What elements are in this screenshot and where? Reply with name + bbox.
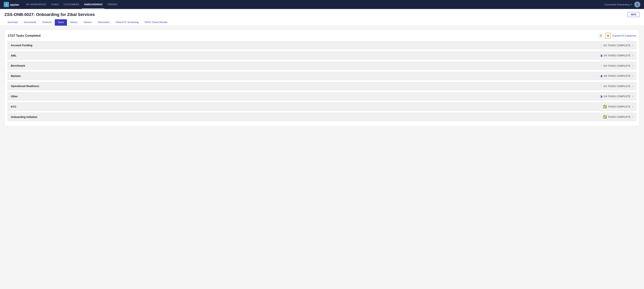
connected-onboarding-dropdown[interactable]: Connected Onboarding ▼ bbox=[604, 3, 632, 6]
tab-discussion[interactable]: Discussion bbox=[95, 19, 112, 26]
panel-controls: ☰ ⊞ Expand All Categories bbox=[598, 33, 636, 39]
tab-history[interactable]: History bbox=[67, 19, 80, 26]
main-content: 17/27 Tasks Completed ☰ ⊞ Expand All Cat… bbox=[0, 26, 644, 130]
category-status: ✅ TASKS COMPLETE › bbox=[603, 115, 633, 119]
category-name: AML bbox=[11, 54, 16, 57]
page-header: ZSS-ONB-0027: Onboarding for Zibal Servi… bbox=[0, 9, 644, 26]
category-name: Account Funding bbox=[11, 44, 32, 47]
half-circle-icon: ◑ bbox=[600, 95, 602, 98]
category-row[interactable]: Account Funding ○ 0/1 TASKS COMPLETE › bbox=[8, 41, 636, 49]
page-title-row: ZSS-ONB-0027: Onboarding for Zibal Servi… bbox=[4, 12, 640, 17]
chevron-right-icon: › bbox=[632, 44, 633, 47]
tab-ofac-check-results[interactable]: OFAC Check Results bbox=[142, 19, 170, 26]
category-status: ○ 0/1 TASKS COMPLETE › bbox=[600, 84, 633, 88]
tab-tasks[interactable]: Tasks bbox=[55, 19, 67, 26]
category-row[interactable]: Onboarding Initiation ✅ TASKS COMPLETE › bbox=[8, 113, 636, 121]
category-status: ◑ 3/4 TASKS COMPLETE › bbox=[600, 54, 633, 57]
category-name: Benchmark bbox=[11, 64, 25, 67]
category-list: Account Funding ○ 0/1 TASKS COMPLETE › A… bbox=[8, 41, 636, 121]
category-name: Other bbox=[11, 95, 18, 98]
category-status: ◑ 3/6 TASKS COMPLETE › bbox=[600, 74, 633, 78]
tab-owners[interactable]: Owners bbox=[80, 19, 95, 26]
category-name: Markets bbox=[11, 75, 21, 78]
half-circle-icon: ◑ bbox=[600, 54, 602, 57]
new-button[interactable]: NEW bbox=[628, 12, 640, 17]
logo-text: appian bbox=[10, 3, 19, 6]
nav-link-customers[interactable]: CUSTOMERS bbox=[62, 0, 81, 9]
category-row[interactable]: AML ◑ 3/4 TASKS COMPLETE › bbox=[8, 51, 636, 60]
chevron-right-icon: › bbox=[632, 105, 633, 108]
category-row[interactable]: Other ◑ 2/4 TASKS COMPLETE › bbox=[8, 92, 636, 101]
tab-products[interactable]: Products bbox=[39, 19, 54, 26]
empty-circle-icon: ○ bbox=[600, 84, 602, 88]
top-navigation: a appian MY WORKSPACETASKSCUSTOMERSONBOA… bbox=[0, 0, 644, 9]
category-status: ◑ 2/4 TASKS COMPLETE › bbox=[600, 95, 633, 98]
nav-right: Connected Onboarding ▼ 👤 bbox=[604, 2, 640, 8]
empty-circle-icon: ○ bbox=[600, 64, 602, 67]
half-circle-icon: ◑ bbox=[600, 74, 602, 78]
tasks-complete-text: 3/6 TASKS COMPLETE bbox=[604, 75, 630, 77]
category-name: KYC bbox=[11, 105, 16, 108]
chevron-right-icon: › bbox=[632, 116, 633, 118]
tab-initial-kyc-screening[interactable]: Initial KYC Screening bbox=[112, 19, 142, 26]
list-view-button[interactable]: ☰ bbox=[598, 33, 604, 38]
category-name: Operational Readiness bbox=[11, 85, 39, 88]
tasks-panel-header: 17/27 Tasks Completed ☰ ⊞ Expand All Cat… bbox=[8, 33, 636, 39]
tasks-complete-text: TASKS COMPLETE bbox=[608, 116, 630, 118]
connected-onboarding-label: Connected Onboarding bbox=[604, 3, 630, 6]
logo-icon: a bbox=[4, 2, 9, 7]
tasks-complete-text: 0/1 TASKS COMPLETE bbox=[604, 44, 630, 47]
tasks-complete-text: TASKS COMPLETE bbox=[608, 105, 630, 108]
tasks-complete-text: 2/4 TASKS COMPLETE bbox=[604, 95, 630, 98]
category-row[interactable]: Operational Readiness ○ 0/1 TASKS COMPLE… bbox=[8, 82, 636, 90]
chevron-right-icon: › bbox=[632, 64, 633, 67]
nav-link-trends[interactable]: TRENDS bbox=[106, 0, 119, 9]
page-title: ZSS-ONB-0027: Onboarding for Zibal Servi… bbox=[4, 12, 95, 17]
check-circle-icon: ✅ bbox=[603, 115, 607, 119]
dropdown-caret-icon: ▼ bbox=[630, 4, 632, 6]
tasks-panel: 17/27 Tasks Completed ☰ ⊞ Expand All Cat… bbox=[4, 30, 640, 126]
tasks-completed-title: 17/27 Tasks Completed bbox=[8, 34, 40, 38]
tasks-complete-text: 0/1 TASKS COMPLETE bbox=[604, 85, 630, 88]
tab-summary[interactable]: Summary bbox=[4, 19, 21, 26]
grid-view-button[interactable]: ⊞ bbox=[605, 33, 611, 39]
category-row[interactable]: Markets ◑ 3/6 TASKS COMPLETE › bbox=[8, 72, 636, 80]
nav-left: a appian MY WORKSPACETASKSCUSTOMERSONBOA… bbox=[4, 0, 119, 9]
category-status: ✅ TASKS COMPLETE › bbox=[603, 105, 633, 108]
category-status: ○ 0/1 TASKS COMPLETE › bbox=[600, 44, 633, 47]
nav-link-onboardings[interactable]: ONBOARDINGS bbox=[82, 0, 104, 9]
nav-links: MY WORKSPACETASKSCUSTOMERSONBOARDINGSTRE… bbox=[24, 0, 119, 9]
nav-link-my-workspace[interactable]: MY WORKSPACE bbox=[24, 0, 48, 9]
check-circle-icon: ✅ bbox=[603, 105, 607, 108]
tasks-complete-text: 0/2 TASKS COMPLETE bbox=[604, 64, 630, 67]
category-row[interactable]: Benchmark ○ 0/2 TASKS COMPLETE › bbox=[8, 62, 636, 70]
chevron-right-icon: › bbox=[632, 54, 633, 57]
chevron-right-icon: › bbox=[632, 75, 633, 77]
category-name: Onboarding Initiation bbox=[11, 116, 38, 119]
category-row[interactable]: KYC ✅ TASKS COMPLETE › bbox=[8, 102, 636, 111]
chevron-right-icon: › bbox=[632, 85, 633, 88]
chevron-right-icon: › bbox=[632, 95, 633, 98]
nav-link-tasks[interactable]: TASKS bbox=[49, 0, 61, 9]
page-tabs: SummaryDocumentsProductsTasksHistoryOwne… bbox=[4, 19, 640, 26]
tasks-complete-text: 3/4 TASKS COMPLETE bbox=[604, 54, 630, 57]
tab-documents[interactable]: Documents bbox=[21, 19, 39, 26]
expand-all-link[interactable]: Expand All Categories bbox=[612, 34, 636, 37]
category-status: ○ 0/2 TASKS COMPLETE › bbox=[600, 64, 633, 67]
empty-circle-icon: ○ bbox=[600, 44, 602, 47]
appian-logo[interactable]: a appian bbox=[4, 2, 19, 7]
user-avatar[interactable]: 👤 bbox=[634, 2, 640, 8]
